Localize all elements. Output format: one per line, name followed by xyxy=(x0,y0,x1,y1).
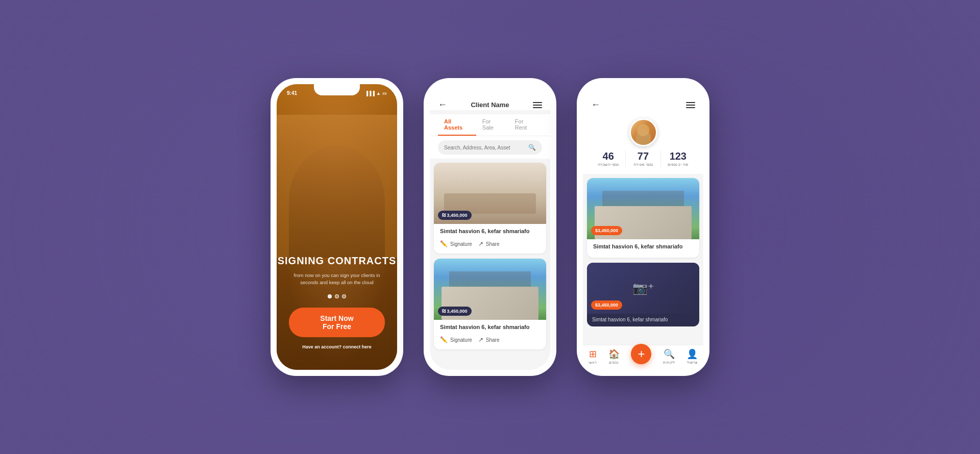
asset-actions-1: ✏️ Signature ↗ Share xyxy=(440,238,540,249)
phone-notch-3 xyxy=(620,84,666,95)
pagination-dots xyxy=(328,294,346,298)
asset-card-2: ₪ 3,450,000 Simtat hasvion 6, kefar shma… xyxy=(434,259,546,349)
stat-rental: 46 נכסי השכרה xyxy=(591,150,626,167)
signature-icon-2: ✏️ xyxy=(440,336,448,343)
splash-title: SIGNING CONTRACTS xyxy=(278,255,397,267)
signature-button-2[interactable]: ✏️ Signature xyxy=(440,334,472,345)
asset-tabs: All Assets For Sale For Rent xyxy=(430,114,550,136)
status-icons: ▐▐▐ ▲ ▭ xyxy=(365,90,387,96)
client-name-title: Client Name xyxy=(471,101,509,109)
price-badge-2: ₪ 3,450,000 xyxy=(438,307,472,316)
asset-image-2: ₪ 3,450,000 xyxy=(434,259,546,320)
phone-assets-list: ← Client Name All Assets For Sale For Re… xyxy=(424,78,556,376)
dot-1[interactable] xyxy=(328,294,332,298)
agent-profile-section: 46 נכסי השכרה 77 נכסי מכירה 123 סה״כ נכס… xyxy=(583,114,703,174)
phone-notch-2 xyxy=(467,84,513,95)
profile-asset-image-1: $3,450,000 xyxy=(587,178,699,239)
phones-container: 9:41 ▐▐▐ ▲ ▭ SIGNING CONTRACTS from now … xyxy=(271,78,709,376)
signature-label: Signature xyxy=(450,241,472,247)
connect-here-link[interactable]: connect here xyxy=(343,344,372,349)
share-button-2[interactable]: ↗ Share xyxy=(478,334,500,345)
pmenu-line-3 xyxy=(686,107,695,108)
profile-price-badge-1: $3,450,000 xyxy=(591,226,622,235)
bottom-navigation: ⊞ ראשי 🏠 נכסים + 🔍 לקוחות 👤 xyxy=(583,345,703,370)
asset-info-1: Simtat hasvion 6, kefar shmariafo ✏️ Sig… xyxy=(434,224,546,254)
share-icon: ↗ xyxy=(478,240,483,247)
dot-2[interactable] xyxy=(335,294,339,298)
share-button-1[interactable]: ↗ Share xyxy=(478,238,500,249)
phone-notch-1 xyxy=(314,84,360,95)
share-label: Share xyxy=(486,241,500,247)
clients-icon: 🔍 xyxy=(664,348,675,360)
tab-for-sale[interactable]: For Sale xyxy=(476,114,509,136)
phone-splash: 9:41 ▐▐▐ ▲ ▭ SIGNING CONTRACTS from now … xyxy=(271,78,403,376)
menu-line-2 xyxy=(533,105,542,106)
home-label: ראשי xyxy=(589,361,597,365)
nav-add[interactable]: + xyxy=(631,349,651,364)
tab-all-assets[interactable]: All Assets xyxy=(438,114,476,136)
camera-add-icon: 📷⁺ xyxy=(632,281,654,295)
login-link[interactable]: Have an account? connect here xyxy=(302,344,372,349)
signature-button-1[interactable]: ✏️ Signature xyxy=(440,238,472,249)
assets-label: נכסים xyxy=(609,361,619,365)
clients-label: לקוחות xyxy=(663,361,675,365)
asset-card-1: ₪ 3,450,000 Simtat hasvion 6, kefar shma… xyxy=(434,163,546,254)
dark-card-info: Simtat hasvion 6, kefar shmariafo xyxy=(587,314,699,326)
stat-sale: 77 נכסי מכירה xyxy=(626,150,660,167)
search-input[interactable] xyxy=(444,145,525,150)
profile-icon: 👤 xyxy=(687,348,698,360)
asset-actions-2: ✏️ Signature ↗ Share xyxy=(440,334,540,345)
menu-line-1 xyxy=(533,102,542,103)
profile-assets-list: $3,450,000 Simtat hasvion 6, kefar shmar… xyxy=(583,174,703,370)
plus-icon: + xyxy=(638,348,645,360)
signature-icon: ✏️ xyxy=(440,240,448,247)
share-label-2: Share xyxy=(486,337,500,343)
assets-icon: 🏠 xyxy=(608,348,620,360)
search-icon: 🔍 xyxy=(528,144,536,151)
price-badge-1: ₪ 3,450,000 xyxy=(438,211,472,220)
stat-total: 123 סה״כ נכסים xyxy=(661,150,695,167)
back-button[interactable]: ← xyxy=(438,99,447,110)
battery-icon: ▭ xyxy=(382,91,387,96)
profile-asset-info-1: Simtat hasvion 6, kefar shmariafo xyxy=(587,239,699,258)
signal-icon: ▐▐▐ xyxy=(365,91,375,96)
start-now-button[interactable]: Start Now For Free xyxy=(289,308,385,337)
people-image xyxy=(277,115,397,258)
nav-clients[interactable]: 🔍 לקוחות xyxy=(663,348,675,365)
profile-asset-card-2: 📷⁺ $3,450,000 Simtat hasvion 6, kefar sh… xyxy=(587,263,699,326)
stat-sale-label: נכסי מכירה xyxy=(626,162,660,167)
profile-price-badge-2: $3,450,000 xyxy=(591,300,622,310)
asset-address-1: Simtat hasvion 6, kefar shmariafo xyxy=(440,228,540,234)
agent-stats: 46 נכסי השכרה 77 נכסי מכירה 123 סה״כ נכס… xyxy=(583,146,703,167)
search-section: 🔍 xyxy=(430,136,550,159)
profile-menu-button[interactable] xyxy=(686,102,695,108)
dark-card-image: 📷⁺ $3,450,000 xyxy=(587,263,699,314)
search-box[interactable]: 🔍 xyxy=(438,140,542,155)
menu-button[interactable] xyxy=(533,102,542,108)
pmenu-line-1 xyxy=(686,102,695,103)
asset-address-2: Simtat hasvion 6, kefar shmariafo xyxy=(440,324,540,330)
signature-label-2: Signature xyxy=(450,337,472,343)
time-display: 9:41 xyxy=(287,90,297,96)
tab-for-rent[interactable]: For Rent xyxy=(509,114,542,136)
assets-list: ₪ 3,450,000 Simtat hasvion 6, kefar shma… xyxy=(430,159,550,370)
wifi-icon: ▲ xyxy=(376,91,381,96)
stat-total-number: 123 xyxy=(661,150,695,162)
phone-agent-profile: ← 46 נכסי השכרה 77 נכסי מכירה xyxy=(577,78,709,376)
nav-assets[interactable]: 🏠 נכסים xyxy=(608,348,620,365)
share-icon-2: ↗ xyxy=(478,336,483,343)
nav-profile[interactable]: 👤 פרופיל xyxy=(687,348,698,365)
profile-back-button[interactable]: ← xyxy=(591,99,600,110)
splash-content: SIGNING CONTRACTS from now on you can si… xyxy=(277,255,397,350)
add-fab-button[interactable]: + xyxy=(631,344,651,364)
profile-asset-address-1: Simtat hasvion 6, kefar shmariafo xyxy=(593,243,693,249)
dot-3[interactable] xyxy=(342,294,346,298)
stat-total-label: סה״כ נכסים xyxy=(661,162,695,167)
menu-line-3 xyxy=(533,107,542,108)
profile-asset-card-1: $3,450,000 Simtat hasvion 6, kefar shmar… xyxy=(587,178,699,258)
stat-rental-label: נכסי השכרה xyxy=(591,162,625,167)
nav-home[interactable]: ⊞ ראשי xyxy=(589,348,597,365)
asset-image-1: ₪ 3,450,000 xyxy=(434,163,546,224)
agent-avatar xyxy=(629,118,657,146)
stat-sale-number: 77 xyxy=(626,150,660,162)
